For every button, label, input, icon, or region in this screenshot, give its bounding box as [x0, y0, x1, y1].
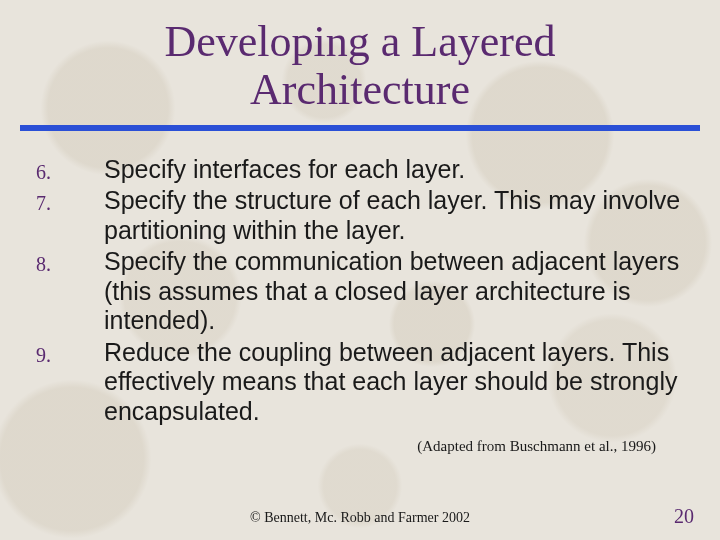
footer-copyright: © Bennett, Mc. Robb and Farmer 2002 — [0, 498, 720, 540]
list-number: 6. — [36, 155, 104, 187]
list-item: 7. Specify the structure of each layer. … — [36, 186, 688, 247]
list-text: Specify the structure of each layer. Thi… — [104, 186, 688, 247]
numbered-list: 6. Specify interfaces for each layer. 7.… — [36, 155, 688, 429]
list-text: Specify interfaces for each layer. — [104, 155, 688, 187]
list-item: 9. Reduce the coupling between adjacent … — [36, 338, 688, 429]
title-line-1: Developing a Layered — [165, 17, 556, 66]
slide: Developing a Layered Architecture 6. Spe… — [0, 0, 720, 540]
slide-body: 6. Specify interfaces for each layer. 7.… — [0, 131, 720, 498]
list-item: 6. Specify interfaces for each layer. — [36, 155, 688, 187]
attribution-text: (Adapted from Buschmann et al., 1996) — [36, 428, 688, 455]
list-number: 8. — [36, 247, 104, 338]
list-text: Reduce the coupling between adjacent lay… — [104, 338, 688, 429]
slide-title: Developing a Layered Architecture — [0, 0, 720, 119]
list-number: 9. — [36, 338, 104, 429]
title-line-2: Architecture — [250, 65, 470, 114]
list-item: 8. Specify the communication between adj… — [36, 247, 688, 338]
list-text: Specify the communication between adjace… — [104, 247, 688, 338]
list-number: 7. — [36, 186, 104, 247]
page-number: 20 — [674, 505, 694, 528]
